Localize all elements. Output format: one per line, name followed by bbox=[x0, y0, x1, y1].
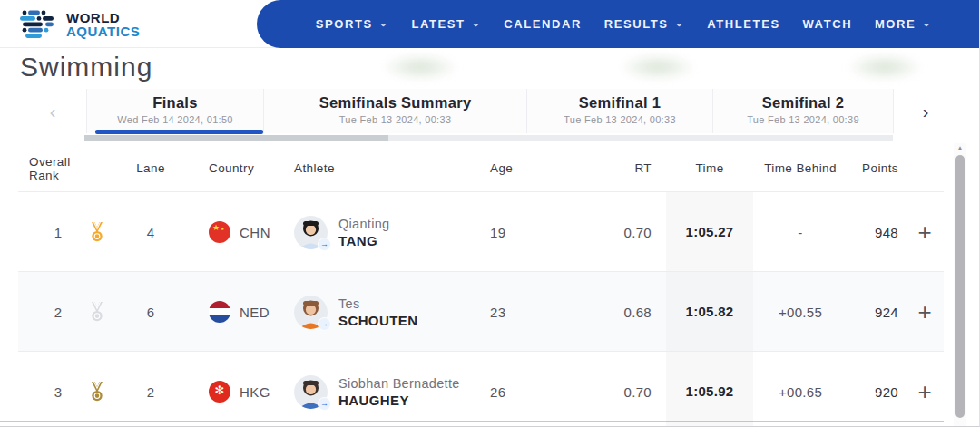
blurred-placeholder bbox=[846, 53, 924, 81]
world-aquatics-logo-icon bbox=[18, 6, 58, 43]
flag-hkg-icon bbox=[209, 381, 230, 403]
tab-date: Tue Feb 13 2024, 00:39 bbox=[713, 114, 893, 125]
nav-item-watch[interactable]: WATCH bbox=[802, 17, 852, 31]
top-header: WORLD AQUATICS SPORTS ⌄ LATEST ⌄ CALENDA… bbox=[0, 0, 980, 48]
country-cell: HKG bbox=[174, 381, 261, 403]
athlete-first-name: Siobhan Bernadette bbox=[338, 376, 460, 391]
column-header-athlete: Athlete bbox=[261, 161, 475, 175]
tab-label: Semifinals Summary bbox=[264, 94, 526, 112]
athlete-cell[interactable]: → Tes SCHOUTEN bbox=[261, 296, 475, 329]
main-navbar: SPORTS ⌄ LATEST ⌄ CALENDAR RESULTS ⌄ ATH… bbox=[257, 0, 980, 48]
silver-medal-icon bbox=[87, 301, 107, 323]
athlete-last-name: TANG bbox=[338, 233, 389, 248]
athlete-profile-arrow-icon: → bbox=[318, 397, 331, 411]
nav-item-athletes[interactable]: ATHLETES bbox=[707, 17, 779, 31]
athlete-profile-arrow-icon: → bbox=[318, 238, 331, 251]
tab-date: Tue Feb 13 2024, 00:33 bbox=[527, 114, 712, 125]
age-value: 23 bbox=[475, 305, 593, 320]
world-aquatics-logo[interactable]: WORLD AQUATICS bbox=[18, 6, 140, 43]
session-tabs-bar: ‹ Finals Wed Feb 14 2024, 01:50 Semifina… bbox=[0, 89, 980, 145]
brand-line2: AQUATICS bbox=[66, 24, 140, 38]
column-header-points: Points bbox=[848, 161, 906, 175]
flag-ned-icon bbox=[209, 301, 230, 323]
rt-value: 0.70 bbox=[593, 384, 666, 400]
expand-cell: + bbox=[906, 300, 944, 324]
rt-value: 0.68 bbox=[593, 305, 666, 320]
athlete-cell[interactable]: → Siobhan Bernadette HAUGHEY bbox=[261, 375, 475, 409]
nav-item-more[interactable]: MORE ⌄ bbox=[875, 17, 932, 31]
tab-date: Tue Feb 13 2024, 00:33 bbox=[264, 114, 526, 125]
scrollbar-thumb[interactable] bbox=[956, 155, 965, 418]
tabs-scroll-left-button[interactable]: ‹ bbox=[40, 98, 65, 125]
athlete-profile-arrow-icon: → bbox=[318, 317, 331, 331]
table-row[interactable]: 2 6 NED → bbox=[18, 271, 944, 351]
rank-value: 1 bbox=[18, 225, 87, 240]
scrollbar-up-arrow-icon[interactable]: ▲ bbox=[954, 143, 966, 154]
table-header-row: Overall Rank Lane Country Athlete Age RT… bbox=[18, 145, 944, 191]
expand-row-button[interactable]: + bbox=[917, 300, 931, 324]
nav-label-watch: WATCH bbox=[802, 17, 852, 31]
tabs-scroll-right-button[interactable]: › bbox=[913, 98, 938, 125]
tab-semifinal-1[interactable]: Semifinal 1 Tue Feb 13 2024, 00:33 bbox=[526, 89, 712, 133]
expand-cell: + bbox=[906, 220, 944, 244]
nav-label-calendar: CALENDAR bbox=[504, 17, 582, 31]
tab-finals[interactable]: Finals Wed Feb 14 2024, 01:50 bbox=[86, 89, 263, 133]
gold-medal-icon bbox=[87, 221, 107, 243]
time-value: 1:05.27 bbox=[666, 192, 753, 272]
athlete-cell[interactable]: → Qianting TANG bbox=[261, 216, 475, 249]
time-behind-value: +00.55 bbox=[753, 305, 848, 320]
chevron-down-icon: ⌄ bbox=[675, 17, 685, 29]
nav-item-sports[interactable]: SPORTS ⌄ bbox=[316, 17, 389, 31]
nav-label-results: RESULTS bbox=[604, 17, 669, 31]
tab-semifinals-summary[interactable]: Semifinals Summary Tue Feb 13 2024, 00:3… bbox=[263, 89, 526, 133]
tab-semifinal-2[interactable]: Semifinal 2 Tue Feb 13 2024, 00:39 bbox=[712, 89, 894, 133]
athlete-first-name: Qianting bbox=[338, 217, 389, 231]
tab-label: Semifinal 1 bbox=[527, 94, 712, 112]
athlete-avatar[interactable]: → bbox=[294, 296, 328, 329]
lane-value: 4 bbox=[127, 225, 174, 240]
tabs-horizontal-scrollbar[interactable] bbox=[84, 135, 893, 141]
nav-item-results[interactable]: RESULTS ⌄ bbox=[604, 17, 685, 31]
athlete-name: Tes SCHOUTEN bbox=[338, 296, 417, 328]
chevron-left-icon: ‹ bbox=[50, 102, 56, 122]
chevron-right-icon: › bbox=[923, 102, 929, 122]
bronze-medal-icon bbox=[87, 381, 107, 403]
rt-value: 0.70 bbox=[593, 225, 666, 240]
tabs-scrollbar-thumb[interactable] bbox=[84, 135, 388, 141]
blurred-placeholder bbox=[619, 53, 697, 81]
athlete-avatar[interactable]: → bbox=[294, 375, 328, 409]
chevron-down-icon: ⌄ bbox=[922, 17, 932, 29]
tab-label: Semifinal 2 bbox=[713, 94, 893, 112]
blurred-placeholder bbox=[381, 53, 459, 81]
lane-value: 6 bbox=[127, 305, 174, 320]
table-vertical-scrollbar[interactable]: ▲ bbox=[954, 143, 966, 427]
athlete-last-name: SCHOUTEN bbox=[338, 313, 417, 328]
expand-row-button[interactable]: + bbox=[917, 220, 931, 244]
athlete-first-name: Tes bbox=[338, 296, 417, 311]
points-value: 948 bbox=[848, 225, 906, 240]
nav-item-latest[interactable]: LATEST ⌄ bbox=[411, 17, 481, 31]
table-row[interactable]: 1 4 CHN → bbox=[18, 191, 944, 271]
nav-item-calendar[interactable]: CALENDAR bbox=[504, 17, 582, 31]
country-cell: NED bbox=[174, 301, 261, 323]
results-table: Overall Rank Lane Country Athlete Age RT… bbox=[0, 145, 944, 422]
column-header-rt: RT bbox=[593, 161, 666, 175]
nav-label-latest: LATEST bbox=[411, 17, 465, 31]
rank-value: 3 bbox=[18, 384, 87, 400]
tab-label: Finals bbox=[87, 94, 263, 112]
nav-label-athletes: ATHLETES bbox=[707, 17, 779, 31]
time-value: 1:05.82 bbox=[666, 272, 753, 352]
session-tabs: Finals Wed Feb 14 2024, 01:50 Semifinals… bbox=[86, 89, 894, 133]
time-behind-value: - bbox=[753, 225, 848, 240]
time-behind-value: +00.65 bbox=[753, 384, 848, 400]
athlete-avatar[interactable]: → bbox=[294, 216, 328, 249]
column-header-age: Age bbox=[475, 161, 593, 175]
medal-cell bbox=[87, 221, 127, 243]
title-band: Swimming bbox=[0, 48, 980, 89]
tab-date: Wed Feb 14 2024, 01:50 bbox=[87, 114, 263, 125]
table-row[interactable]: 3 2 HKG → bbox=[18, 351, 944, 427]
expand-row-button[interactable]: + bbox=[917, 380, 931, 403]
world-aquatics-wordmark: WORLD AQUATICS bbox=[66, 11, 140, 39]
age-value: 26 bbox=[475, 384, 593, 400]
column-header-overall-rank: Overall Rank bbox=[18, 155, 87, 182]
